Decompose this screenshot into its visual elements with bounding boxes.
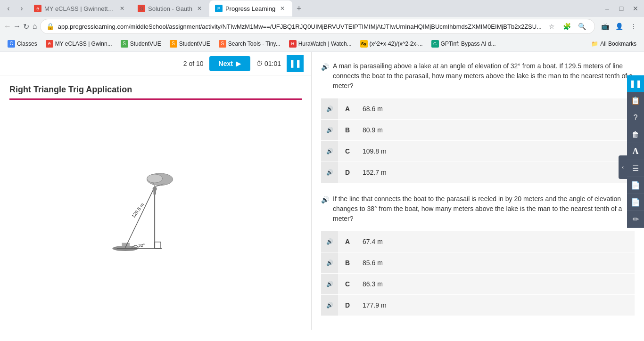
q2-c-audio-icon: 🔊: [326, 281, 333, 287]
section-title: Right Triangle Trig Application: [9, 85, 302, 100]
window-controls: – □ ✕: [601, 2, 642, 15]
extensions-button[interactable]: 🧩: [561, 20, 574, 33]
tool-pencil-btn[interactable]: ✏: [627, 211, 644, 228]
q2-answer-choices: 🔊 A 67.4 m 🔊 B 85.6 m 🔊: [321, 231, 635, 316]
tab-close-gauth[interactable]: ✕: [195, 4, 204, 13]
q1-d-audio[interactable]: 🔊: [321, 162, 338, 183]
q2-answer-B[interactable]: 🔊 B 85.6 m: [321, 252, 635, 273]
q1-a-audio[interactable]: 🔊: [321, 98, 338, 119]
tool-pause-btn[interactable]: ❚❚: [627, 75, 644, 92]
menu-button[interactable]: ⋮: [627, 20, 640, 33]
forward-button[interactable]: →: [13, 19, 21, 34]
right-panel: 🔊 A man is parasailing above a lake at a…: [311, 52, 644, 330]
progress-text: 2 of 10: [183, 60, 204, 67]
q1-audio-icon[interactable]: 🔊: [321, 62, 329, 72]
url-bar[interactable]: 🔒 app.progresslearning.com/middleSchool/…: [40, 19, 595, 34]
next-button[interactable]: Next ▶: [209, 56, 250, 71]
bookmark-search[interactable]: S Search Tools - Tiny...: [215, 38, 284, 49]
close-button[interactable]: ✕: [629, 2, 642, 15]
q1-answer-A[interactable]: 🔊 A 68.6 m: [321, 98, 635, 119]
q2-answer-A[interactable]: 🔊 A 67.4 m: [321, 231, 635, 252]
q1-c-letter: C: [338, 141, 357, 162]
tab-close-pl[interactable]: ✕: [278, 4, 287, 13]
bookmark-classes[interactable]: C Classes: [4, 38, 41, 49]
content-area: 2 of 10 Next ▶ ⏱ 01:01 ❚❚ Right Triangle…: [0, 52, 644, 330]
q2-d-audio[interactable]: 🔊: [321, 295, 338, 316]
tab-ecl[interactable]: e MY eCLASS | Gwinnett County... ✕: [28, 0, 132, 16]
q1-d-text: 152.7 m: [357, 169, 635, 176]
tab-progress-learning[interactable]: P Progress Learning ✕: [209, 0, 292, 16]
tab-back-btn[interactable]: ‹: [2, 2, 15, 15]
question-content: Right Triangle Trig Application: [0, 75, 311, 330]
tab-close-ecl[interactable]: ✕: [118, 4, 126, 13]
tab-gauth[interactable]: G Solution - Gauth ✕: [132, 0, 209, 16]
tool-list-btn[interactable]: ☰: [627, 160, 644, 177]
q1-b-audio[interactable]: 🔊: [321, 120, 338, 140]
q2-a-audio[interactable]: 🔊: [321, 231, 338, 252]
q2-audio-icon[interactable]: 🔊: [321, 195, 329, 205]
bookmark-svue2[interactable]: S StudentVUE: [166, 38, 214, 49]
q1-answer-C[interactable]: 🔊 C 109.8 m: [321, 141, 635, 162]
bookmarks-more-label: All Bookmarks: [600, 41, 636, 47]
q1-c-audio-icon: 🔊: [326, 148, 333, 154]
sidebar-toggle[interactable]: ‹: [619, 155, 627, 179]
q2-text: If the line that connects the boat to th…: [333, 194, 635, 224]
tool-clipboard-btn[interactable]: 📋: [627, 92, 644, 109]
cast-button[interactable]: 📺: [599, 20, 612, 33]
tool-trash-btn[interactable]: 🗑: [627, 126, 644, 143]
side-toolbar: ❚❚ 📋 ? 🗑 A ☰ 📄 📄 ✏: [627, 75, 644, 228]
bookmarks-more[interactable]: 📁 All Bookmarks: [587, 39, 640, 49]
tab-favicon-gauth: G: [138, 5, 145, 12]
refresh-button[interactable]: ↻: [23, 19, 29, 34]
tool-ref1-btn[interactable]: 📄: [627, 177, 644, 194]
question-text-1: 🔊 A man is parasailing above a lake at a…: [321, 61, 635, 91]
next-label: Next: [219, 60, 233, 67]
q2-answer-D[interactable]: 🔊 D 177.9 m: [321, 295, 635, 316]
bookmark-label-hura: HuraWatch | Watch...: [298, 41, 352, 47]
q2-c-audio[interactable]: 🔊: [321, 274, 338, 294]
bookmark-star-button[interactable]: ☆: [545, 20, 559, 33]
bookmark-ecl[interactable]: e MY eCLASS | Gwinn...: [42, 38, 116, 49]
q2-c-letter: C: [338, 274, 357, 294]
profile-button[interactable]: 👤: [613, 20, 626, 33]
new-tab-button[interactable]: +: [292, 2, 305, 15]
q1-d-letter: D: [338, 162, 357, 183]
minimize-button[interactable]: –: [601, 2, 614, 15]
toolbar-extras: 📺 👤 ⋮: [599, 20, 640, 33]
back-button[interactable]: ←: [4, 19, 11, 34]
bookmarks-bar: C Classes e MY eCLASS | Gwinn... S Stude…: [0, 36, 644, 52]
bookmark-svue1[interactable]: S StudentVUE: [117, 38, 165, 49]
bookmark-favicon-sy: Sy: [360, 40, 368, 48]
home-button[interactable]: ⌂: [31, 19, 38, 34]
diagram-area: 129.5 m 32°: [9, 109, 302, 320]
tool-text-btn[interactable]: A: [627, 143, 644, 160]
q1-c-audio[interactable]: 🔊: [321, 141, 338, 162]
parasail-canopy2: [147, 174, 163, 183]
search-button[interactable]: 🔍: [576, 20, 589, 33]
bookmark-sy[interactable]: Sy (x^2+x-42)/(x^2-2x-...: [356, 38, 427, 49]
bookmark-label-sy: (x^2+x-42)/(x^2-2x-...: [370, 41, 423, 47]
q2-answer-C[interactable]: 🔊 C 86.3 m: [321, 274, 635, 294]
bookmark-label-gpt: GPTinf: Bypass AI d...: [441, 41, 496, 47]
bookmark-label-search: Search Tools - Tiny...: [228, 41, 281, 47]
tab-forward-btn[interactable]: ›: [15, 2, 28, 15]
question-topbar: 2 of 10 Next ▶ ⏱ 01:01 ❚❚: [0, 52, 311, 75]
q2-b-audio[interactable]: 🔊: [321, 252, 338, 273]
q1-text: A man is parasailing above a lake at an …: [333, 61, 635, 91]
bookmark-gpt[interactable]: G GPTinf: Bypass AI d...: [428, 38, 500, 49]
q2-d-letter: D: [338, 295, 357, 316]
q1-answer-B[interactable]: 🔊 B 80.9 m: [321, 120, 635, 140]
person-head: [153, 187, 157, 191]
tool-ref2-btn[interactable]: 📄: [627, 194, 644, 211]
question-block-2: 🔊 If the line that connects the boat to …: [321, 194, 635, 316]
lock-icon: 🔒: [46, 23, 54, 30]
tool-info-btn[interactable]: ?: [627, 109, 644, 126]
q1-a-letter: A: [338, 98, 357, 119]
bookmark-hura[interactable]: H HuraWatch | Watch...: [285, 38, 355, 49]
restore-button[interactable]: □: [615, 2, 628, 15]
q2-b-letter: B: [338, 252, 357, 273]
pause-button[interactable]: ❚❚: [287, 55, 304, 72]
bookmark-favicon-svue1: S: [121, 40, 128, 48]
q1-answer-D[interactable]: 🔊 D 152.7 m: [321, 162, 635, 183]
q1-c-text: 109.8 m: [357, 147, 635, 155]
